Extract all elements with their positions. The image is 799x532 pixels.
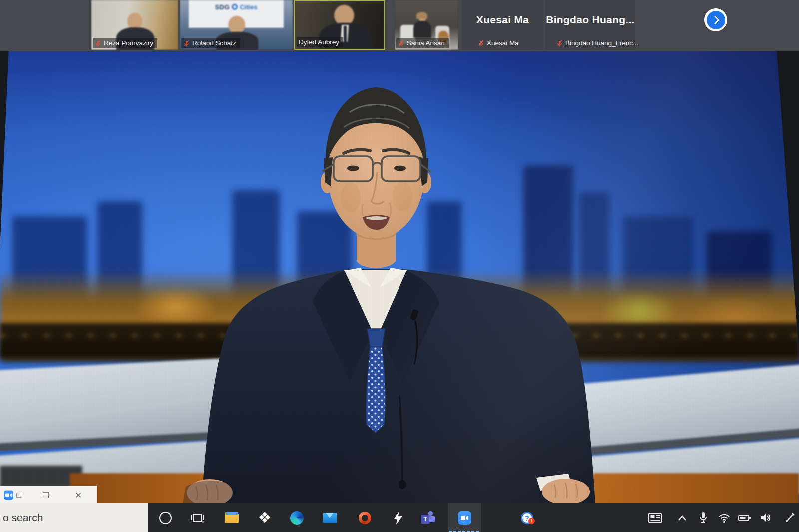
- search-placeholder-text: o search: [3, 512, 43, 524]
- notification-badge: !: [528, 518, 535, 524]
- participant-name-label: Bingdao Huang_Frenc...: [554, 38, 642, 48]
- participant-tile-bingdao[interactable]: Bingdao Huang... Bingdao Huang_Frenc...: [545, 0, 635, 50]
- cities-logo-text: Cities: [240, 3, 257, 11]
- participant-tile-xuesai[interactable]: Xuesai Ma Xuesai Ma: [462, 0, 543, 50]
- sdg-wheel-icon: [232, 4, 238, 10]
- participant-thumbnail-sania[interactable]: Sania Ansari: [395, 0, 458, 50]
- pen-tray-button[interactable]: [780, 503, 799, 532]
- participant-name-label: Sania Ansari: [396, 38, 449, 48]
- zoom-app-icon: [4, 490, 13, 500]
- video-camera-icon: [5, 493, 12, 497]
- help-button[interactable]: ? !: [512, 503, 541, 532]
- zoom-taskbar-button[interactable]: [450, 503, 479, 532]
- wifi-icon: [718, 513, 730, 523]
- participant-thumbnail-roland[interactable]: SDG Cities Roland Schatz: [180, 0, 293, 50]
- teams-button[interactable]: T: [414, 503, 443, 532]
- dropbox-icon: ❖: [258, 510, 272, 525]
- participant-name: Sania Ansari: [407, 39, 445, 47]
- mic-muted-icon: [478, 40, 484, 47]
- mail-icon: [323, 513, 337, 523]
- office-icon: [359, 512, 371, 524]
- main-speaker-video: [0, 51, 799, 503]
- participant-name: Roland Schatz: [192, 39, 236, 47]
- participant-strip: Reza Pourvaziry SDG Cities: [0, 0, 799, 51]
- tie-silhouette: [344, 26, 347, 43]
- taskbar-search-input[interactable]: o search: [0, 503, 148, 532]
- lightning-app-button[interactable]: [384, 503, 412, 532]
- mic-muted-icon: [183, 40, 190, 47]
- close-icon[interactable]: ✕: [75, 491, 82, 499]
- mic-muted-icon: [398, 40, 404, 47]
- microphone-tray-button[interactable]: [692, 503, 714, 532]
- participant-name: Dyfed Aubrey: [299, 38, 339, 46]
- microphone-icon: [698, 512, 708, 524]
- participant-name: Bingdao Huang_Frenc...: [565, 39, 638, 47]
- mic-muted-icon: [95, 40, 101, 47]
- participant-thumbnail-reza[interactable]: Reza Pourvaziry: [91, 0, 178, 50]
- participant-name: Xuesai Ma: [487, 39, 519, 47]
- zoom-meeting-screen: Reza Pourvaziry SDG Cities: [0, 0, 799, 532]
- participant-display-name: Xuesai Ma: [462, 14, 543, 26]
- participant-thumbnail-dyfed[interactable]: Dyfed Aubrey: [294, 0, 385, 50]
- chevron-right-icon: [707, 11, 725, 29]
- battery-icon: [738, 514, 751, 522]
- zoom-floating-titlebar[interactable]: ✕: [0, 486, 97, 504]
- cortana-icon: [159, 512, 172, 524]
- next-participants-button[interactable]: [704, 8, 727, 31]
- participant-name: Reza Pourvaziry: [104, 39, 153, 47]
- teams-icon: T: [421, 511, 437, 525]
- participant-name-label: Reza Pourvaziry: [93, 38, 157, 48]
- dropbox-button[interactable]: ❖: [250, 503, 279, 532]
- participant-display-name: Bingdao Huang...: [545, 14, 635, 26]
- show-hidden-icons-button[interactable]: [671, 503, 693, 532]
- sdg-logo-text: SDG: [215, 3, 230, 11]
- task-view-button[interactable]: [183, 503, 212, 532]
- person-silhouette-head: [228, 16, 245, 34]
- wifi-tray-button[interactable]: [713, 503, 735, 532]
- lightning-icon: [394, 511, 402, 525]
- mail-button[interactable]: [315, 503, 344, 532]
- file-explorer-icon: [225, 512, 239, 523]
- video-camera-icon: [461, 515, 468, 521]
- main-speaker-figure: [0, 51, 799, 503]
- pen-icon: [784, 512, 795, 523]
- news-widget-button[interactable]: [644, 503, 666, 532]
- edge-icon: [290, 511, 304, 525]
- news-icon: [648, 513, 662, 523]
- cortana-button[interactable]: [151, 503, 180, 532]
- zoom-icon: [458, 511, 471, 525]
- edge-button[interactable]: [282, 503, 311, 532]
- help-icon: ? !: [521, 512, 533, 524]
- volume-tray-button[interactable]: [755, 503, 777, 532]
- file-explorer-button[interactable]: [217, 503, 246, 532]
- participant-name-label: Roland Schatz: [181, 38, 240, 48]
- battery-tray-button[interactable]: [734, 503, 756, 532]
- person-silhouette-body: [413, 21, 431, 38]
- volume-icon: [760, 513, 771, 523]
- hair-silhouette: [416, 12, 427, 19]
- participant-name-label: Dyfed Aubrey: [297, 37, 343, 47]
- task-view-icon: [191, 512, 204, 523]
- chevron-up-icon: [678, 515, 687, 521]
- mic-muted-icon: [556, 40, 563, 47]
- maximize-icon[interactable]: [43, 492, 49, 498]
- office-button[interactable]: [350, 503, 379, 532]
- restore-icon[interactable]: [16, 493, 21, 498]
- participant-name-label: Xuesai Ma: [476, 38, 523, 48]
